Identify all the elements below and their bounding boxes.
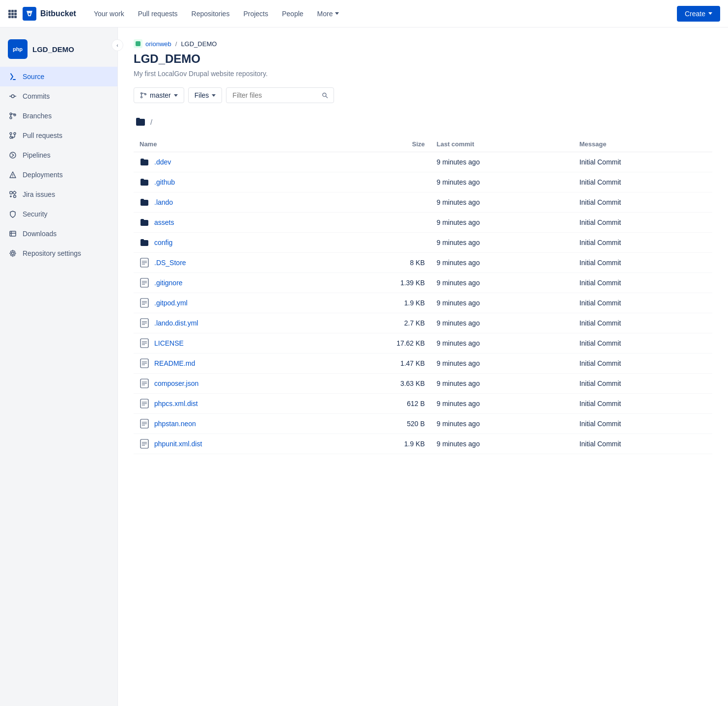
file-commit-message: Initial Commit bbox=[573, 353, 712, 374]
file-name-link[interactable]: LICENSE bbox=[154, 339, 184, 347]
sidebar-item-pipelines[interactable]: Pipelines bbox=[0, 145, 117, 165]
file-size: 1.9 KB bbox=[327, 293, 431, 313]
file-last-commit: 9 minutes ago bbox=[431, 414, 574, 434]
sidebar-label-security: Security bbox=[23, 210, 48, 218]
sidebar-label-commits: Commits bbox=[23, 92, 50, 100]
folder-icon bbox=[140, 157, 149, 167]
file-name-link[interactable]: .lando bbox=[154, 198, 173, 206]
svg-rect-8 bbox=[14, 16, 17, 18]
table-row: .ddev 9 minutes ago Initial Commit bbox=[134, 152, 712, 172]
sidebar-header: php LGD_DEMO ‹ bbox=[0, 35, 117, 67]
branch-selector[interactable]: master bbox=[134, 87, 184, 103]
svg-rect-0 bbox=[8, 10, 11, 12]
sidebar-item-branches[interactable]: Branches bbox=[0, 106, 117, 126]
svg-point-32 bbox=[12, 252, 14, 255]
files-chevron-icon bbox=[212, 94, 216, 97]
filter-input[interactable] bbox=[232, 91, 317, 99]
jira-icon bbox=[8, 190, 18, 199]
file-icon bbox=[140, 278, 149, 288]
file-name-link[interactable]: .DS_Store bbox=[154, 259, 186, 267]
toolbar: master Files bbox=[134, 87, 712, 103]
create-button[interactable]: Create bbox=[677, 6, 720, 22]
svg-rect-6 bbox=[8, 16, 11, 18]
file-name-link[interactable]: .gitignore bbox=[154, 279, 183, 287]
file-size: 1.9 KB bbox=[327, 434, 431, 454]
sidebar-collapse-button[interactable]: ‹ bbox=[112, 39, 123, 51]
table-row: phpunit.xml.dist 1.9 KB 9 minutes ago In… bbox=[134, 434, 712, 454]
col-commit-header: Last commit bbox=[431, 136, 574, 152]
breadcrumb-workspace-icon[interactable]: orionweb bbox=[134, 39, 171, 48]
file-table: Name Size Last commit Message .ddev 9 mi… bbox=[134, 136, 712, 454]
bitbucket-logo[interactable]: Bitbucket bbox=[23, 7, 76, 21]
table-row: config 9 minutes ago Initial Commit bbox=[134, 233, 712, 253]
grid-icon[interactable] bbox=[8, 9, 17, 18]
col-size-header: Size bbox=[327, 136, 431, 152]
nav-repositories[interactable]: Repositories bbox=[186, 6, 236, 22]
file-commit-message: Initial Commit bbox=[573, 253, 712, 273]
file-name-link[interactable]: phpstan.neon bbox=[154, 420, 196, 428]
nav-pull-requests[interactable]: Pull requests bbox=[132, 6, 184, 22]
file-last-commit: 9 minutes ago bbox=[431, 333, 574, 353]
folder-icon bbox=[140, 217, 149, 227]
file-name-link[interactable]: phpcs.xml.dist bbox=[154, 400, 198, 407]
file-last-commit: 9 minutes ago bbox=[431, 233, 574, 253]
svg-rect-24 bbox=[10, 191, 12, 194]
path-separator: / bbox=[150, 118, 152, 126]
nav-more[interactable]: More bbox=[311, 6, 345, 22]
file-name-link[interactable]: composer.json bbox=[154, 380, 198, 387]
svg-rect-2 bbox=[14, 10, 17, 12]
sidebar-item-security[interactable]: Security bbox=[0, 204, 117, 224]
sidebar-item-repository-settings[interactable]: Repository settings bbox=[0, 244, 117, 263]
file-commit-message: Initial Commit bbox=[573, 313, 712, 333]
files-selector[interactable]: Files bbox=[188, 87, 223, 103]
nav-projects[interactable]: Projects bbox=[237, 6, 274, 22]
file-last-commit: 9 minutes ago bbox=[431, 152, 574, 172]
sidebar-item-jira-issues[interactable]: Jira issues bbox=[0, 185, 117, 204]
file-last-commit: 9 minutes ago bbox=[431, 313, 574, 333]
table-row: composer.json 3.63 KB 9 minutes ago Init… bbox=[134, 374, 712, 394]
table-row: .lando.dist.yml 2.7 KB 9 minutes ago Ini… bbox=[134, 313, 712, 333]
file-name-link[interactable]: .lando.dist.yml bbox=[154, 319, 198, 327]
table-row: phpstan.neon 520 B 9 minutes ago Initial… bbox=[134, 414, 712, 434]
downloads-icon bbox=[8, 229, 18, 239]
sidebar-label-downloads: Downloads bbox=[23, 230, 56, 238]
search-icon bbox=[322, 92, 328, 99]
sidebar-label-pipelines: Pipelines bbox=[23, 151, 51, 159]
svg-rect-33 bbox=[136, 41, 140, 46]
file-size bbox=[327, 233, 431, 253]
nav-your-work[interactable]: Your work bbox=[88, 6, 130, 22]
file-last-commit: 9 minutes ago bbox=[431, 213, 574, 233]
svg-point-38 bbox=[323, 93, 326, 97]
nav-people[interactable]: People bbox=[276, 6, 309, 22]
file-name-link[interactable]: .gitpod.yml bbox=[154, 299, 188, 307]
file-name-link[interactable]: phpunit.xml.dist bbox=[154, 440, 202, 448]
page-title: LGD_DEMO bbox=[134, 52, 712, 66]
branch-icon bbox=[140, 92, 147, 99]
sidebar-item-deployments[interactable]: Deployments bbox=[0, 165, 117, 185]
file-name-link[interactable]: .github bbox=[154, 178, 175, 186]
more-chevron-icon bbox=[335, 12, 339, 15]
file-name-link[interactable]: README.md bbox=[154, 359, 195, 367]
repo-name: LGD_DEMO bbox=[32, 45, 74, 54]
file-size bbox=[327, 213, 431, 233]
sidebar-item-downloads[interactable]: Downloads bbox=[0, 224, 117, 244]
sidebar-item-commits[interactable]: Commits bbox=[0, 86, 117, 106]
pull-requests-icon bbox=[8, 131, 18, 140]
file-last-commit: 9 minutes ago bbox=[431, 394, 574, 414]
breadcrumb-repo: LGD_DEMO bbox=[181, 40, 217, 48]
file-name-link[interactable]: .ddev bbox=[154, 158, 171, 166]
sidebar-item-pull-requests[interactable]: Pull requests bbox=[0, 126, 117, 145]
file-name-link[interactable]: assets bbox=[154, 218, 174, 226]
file-icon bbox=[140, 399, 149, 408]
table-row: .lando 9 minutes ago Initial Commit bbox=[134, 192, 712, 213]
sidebar-label-branches: Branches bbox=[23, 112, 52, 120]
sidebar-item-source[interactable]: Source bbox=[0, 67, 117, 86]
file-name-link[interactable]: config bbox=[154, 239, 172, 246]
file-icon bbox=[140, 358, 149, 368]
svg-point-23 bbox=[12, 176, 13, 177]
file-icon bbox=[140, 298, 149, 308]
table-row: assets 9 minutes ago Initial Commit bbox=[134, 213, 712, 233]
file-size bbox=[327, 172, 431, 192]
file-last-commit: 9 minutes ago bbox=[431, 192, 574, 213]
svg-rect-29 bbox=[10, 231, 16, 236]
